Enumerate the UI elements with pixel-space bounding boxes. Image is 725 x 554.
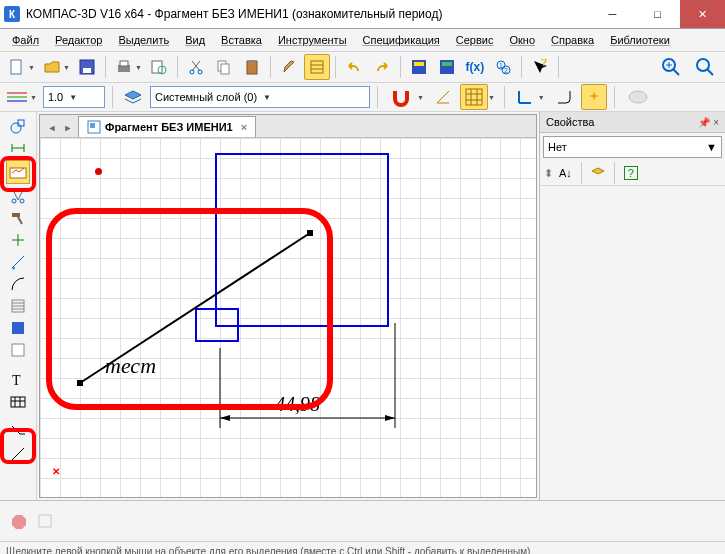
linewidth-combo[interactable]: 1.0▼ [43,86,105,108]
svg-rect-48 [12,213,20,217]
redo-button[interactable] [369,54,395,80]
maximize-button[interactable]: □ [635,0,680,28]
axis-marker: ✕ [52,466,60,477]
menu-file[interactable]: Файл [6,32,45,48]
document-tab[interactable]: Фрагмент БЕЗ ИМЕНИ1 × [78,116,256,137]
svg-rect-4 [120,61,128,66]
menu-window[interactable]: Окно [503,32,541,48]
menu-libs[interactable]: Библиотеки [604,32,676,48]
measure-tool[interactable] [8,252,28,272]
menu-insert[interactable]: Вставка [215,32,268,48]
tab-next[interactable]: ► [60,119,76,137]
ortho-button[interactable] [512,84,538,110]
paste-button[interactable] [239,54,265,80]
svg-rect-65 [307,230,313,236]
hammer-tool[interactable] [8,208,28,228]
drawing-tool[interactable] [8,340,28,360]
status-text: Щелкните левой кнопкой мыши на объекте д… [6,546,530,555]
menu-select[interactable]: Выделить [112,32,175,48]
menu-service[interactable]: Сервис [450,32,500,48]
save-button[interactable] [74,54,100,80]
close-button[interactable]: ✕ [680,0,725,28]
layer-combo[interactable]: Системный слой (0)▼ [150,86,370,108]
pin-icon[interactable]: 📌 [698,117,710,128]
geometry-tool[interactable] [8,116,28,136]
text-label: тест [105,353,156,379]
table-tool[interactable] [8,392,28,412]
annotations-tool[interactable] [6,160,30,184]
svg-rect-19 [442,62,452,66]
dimensions-tool[interactable] [8,138,28,158]
tab-prev[interactable]: ◄ [44,119,60,137]
menu-help[interactable]: Справка [545,32,600,48]
zoom-fit-button[interactable] [689,54,721,80]
menubar: Файл Редактор Выделить Вид Вставка Инстр… [0,29,725,52]
layers-button[interactable] [120,84,146,110]
prop-sort-icon[interactable]: ⬍ [544,167,553,180]
sparkle-button[interactable] [581,84,607,110]
svg-rect-17 [414,62,424,66]
linetype-button[interactable] [4,84,30,110]
titlebar: К КОМПАС-3D V16 x64 - Фрагмент БЕЗ ИМЕНИ… [0,0,725,29]
open-button[interactable] [39,54,65,80]
svg-point-46 [12,199,16,203]
svg-rect-55 [12,344,24,356]
snap-button[interactable] [385,84,417,110]
angle-snap-button[interactable] [430,84,456,110]
properties-button[interactable] [304,54,330,80]
brush-button[interactable] [276,54,302,80]
prop-az-icon[interactable]: A↓ [559,167,572,179]
leader-tool[interactable] [8,422,28,442]
param-tool[interactable] [8,230,28,250]
arc-tool[interactable] [8,274,28,294]
help-button[interactable]: ? [527,54,553,80]
window-title: КОМПАС-3D V16 x64 - Фрагмент БЕЗ ИМЕНИ1 … [26,7,442,21]
properties-title-bar: Свойства 📌 × [540,112,725,133]
status-bar: Щелкните левой кнопкой мыши на объекте д… [0,541,725,554]
prop-help-icon[interactable]: ? [624,166,638,180]
report-tool[interactable] [8,318,28,338]
preview-button[interactable] [146,54,172,80]
zoom-in-button[interactable] [655,54,687,80]
document-tabbar: ◄ ► Фрагмент БЕЗ ИМЕНИ1 × [40,115,536,138]
svg-text:T: T [12,373,21,388]
menu-editor[interactable]: Редактор [49,32,108,48]
minimize-button[interactable]: ─ [590,0,635,28]
menu-spec[interactable]: Спецификация [357,32,446,48]
document-area: ◄ ► Фрагмент БЕЗ ИМЕНИ1 × [39,114,537,498]
new-button[interactable] [4,54,30,80]
render-button[interactable] [622,84,654,110]
round-button[interactable] [551,84,577,110]
properties-toolbar: ⬍ A↓ ? [540,161,725,186]
edit-tool[interactable] [8,186,28,206]
disk1-button[interactable] [406,54,432,80]
disk2-button[interactable] [434,54,460,80]
tab-label: Фрагмент БЕЗ ИМЕНИ1 [105,121,233,133]
cmd-list[interactable] [32,508,58,534]
spec-tool[interactable] [8,296,28,316]
undo-button[interactable] [341,54,367,80]
panel-close[interactable]: × [713,117,719,128]
app-icon: К [4,6,20,22]
chain-tool[interactable] [8,444,28,464]
tab-close[interactable]: × [241,121,247,133]
properties-panel: Свойства 📌 × Нет▼ ⬍ A↓ ? [539,112,725,500]
style-toolbar: ▼ 1.0▼ Системный слой (0)▼ ▼ ▼ ▼ [0,83,725,112]
menu-tools[interactable]: Инструменты [272,32,353,48]
cut-button[interactable] [183,54,209,80]
svg-line-30 [707,69,713,75]
drawing-canvas[interactable]: тест 44,98 ✕ [40,138,536,497]
svg-rect-41 [18,120,24,126]
prop-layers-icon[interactable] [591,166,605,180]
menu-view[interactable]: Вид [179,32,211,48]
grid-button[interactable] [460,84,488,110]
fx-button[interactable]: f(x) [462,54,488,80]
cmd-stop[interactable] [6,508,32,534]
svg-rect-54 [12,322,24,334]
layer-value: Системный слой (0) [155,91,257,103]
text-tool[interactable]: T [8,370,28,390]
properties-filter-combo[interactable]: Нет▼ [543,136,722,158]
copy-button[interactable] [211,54,237,80]
vars-button[interactable]: 12 [490,54,516,80]
print-button[interactable] [111,54,137,80]
